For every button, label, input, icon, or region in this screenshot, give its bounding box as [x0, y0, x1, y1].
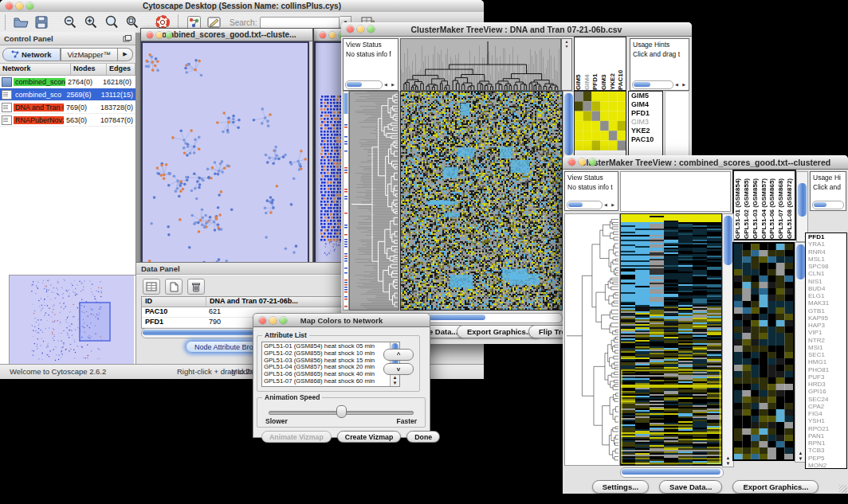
gene-label[interactable]: RPN1	[806, 440, 846, 447]
gene-label[interactable]: PHO81	[806, 366, 846, 373]
zoom-heatmap-canvas[interactable]	[575, 92, 626, 150]
attribute-list[interactable]: ▲▼ GPL51-01 (GSM854) heat shock 05 minGP…	[261, 342, 400, 387]
sample-column-label[interactable]: GPL51-02 (GSM855)	[743, 171, 752, 239]
row-dendrogram-canvas[interactable]	[350, 92, 398, 310]
column-gene-label[interactable]: YKE2	[609, 37, 618, 90]
gene-label[interactable]: KAP95	[806, 315, 846, 322]
network-row[interactable]: DNA and Tran 07 769(0) 183728(0)	[0, 101, 135, 114]
gene-label[interactable]: RPO21	[806, 425, 846, 432]
zoom-out-button[interactable]	[61, 14, 80, 31]
zoom-button[interactable]	[367, 25, 375, 33]
heatmap-canvas[interactable]	[401, 92, 562, 310]
gene-label[interactable]: MSI1	[806, 344, 846, 351]
move-down-button[interactable]: v	[383, 363, 414, 375]
column-gene-label[interactable]: GIM5	[575, 37, 583, 90]
minimize-button[interactable]	[156, 32, 163, 38]
network-overview-canvas[interactable]	[10, 275, 134, 365]
column-dendrogram-canvas[interactable]	[401, 39, 560, 90]
gene-label[interactable]: PAN1	[806, 432, 846, 440]
gene-label[interactable]: PFD1	[629, 109, 662, 118]
select-attributes-button[interactable]	[143, 279, 160, 295]
slider-thumb[interactable]	[336, 405, 347, 418]
attribute-item[interactable]: GPL51-02 (GSM855) heat shock 10 min	[262, 350, 399, 357]
heatmap-h-scrollbar[interactable]	[620, 467, 724, 478]
minimize-button[interactable]	[579, 158, 586, 166]
minimize-button[interactable]	[269, 317, 277, 324]
minimize-button[interactable]	[329, 32, 336, 38]
gene-label[interactable]: TCB3	[806, 447, 846, 454]
sample-column-label[interactable]: GPL51-03 (GSM856)	[752, 171, 760, 239]
sample-column-label[interactable]: GPL51-04 (GSM857)	[760, 171, 769, 239]
gene-label[interactable]: MON2	[806, 462, 846, 469]
column-gene-label[interactable]: GIM4	[583, 37, 592, 90]
gene-label[interactable]: PUF3	[806, 373, 846, 381]
sample-column-label[interactable]: GPL51-07 (GSM868)	[777, 171, 786, 239]
float-panel-icon[interactable]	[123, 35, 132, 43]
gene-label[interactable]: MAK31	[806, 299, 846, 307]
view-status-scrollbar[interactable]: ◀ ▶	[567, 201, 616, 209]
zoom-button[interactable]	[280, 317, 287, 324]
zoom-button[interactable]	[26, 2, 33, 10]
close-button[interactable]	[347, 25, 354, 33]
save-session-button[interactable]	[32, 14, 51, 31]
selection-tick-strip[interactable]	[343, 91, 349, 311]
treeview-button[interactable]: Save Data...	[659, 480, 722, 494]
attribute-item[interactable]: GPL51-04 (GSM857) heat shock 20 min	[262, 363, 399, 370]
gene-label[interactable]: GPI16	[806, 388, 846, 395]
splitter-strip[interactable]: ▲▼	[561, 38, 572, 91]
column-gene-label[interactable]: GIM3	[600, 37, 609, 90]
usage-hints-scrollbar[interactable]: ◀ ▶	[632, 80, 687, 88]
gene-label[interactable]: GTB1	[806, 307, 846, 315]
id-column-header[interactable]: ID	[142, 297, 206, 307]
attribute-item[interactable]: GPL51-06 (GSM865) heat shock 40 min	[262, 370, 399, 377]
gene-label[interactable]: RNR4	[806, 248, 846, 256]
move-up-button[interactable]: ^	[383, 349, 414, 361]
usage-hints-scrollbar[interactable]	[812, 201, 844, 209]
network-overview-panel[interactable]	[9, 275, 136, 367]
search-input[interactable]	[260, 17, 340, 29]
zoom-button[interactable]	[166, 32, 172, 38]
tab-vizmapper[interactable]: VizMapper™	[61, 48, 119, 61]
labels-vertical-scrollbar[interactable]	[796, 171, 808, 242]
gene-label[interactable]: CLN1	[806, 270, 846, 277]
gene-label[interactable]: GIM3	[629, 118, 662, 127]
sample-column-label[interactable]: GPL51-01 (GSM854)	[734, 171, 743, 239]
attribute-item[interactable]: GPL51-07 (GSM868) heat shock 60 min	[262, 377, 399, 385]
network-canvas[interactable]	[141, 41, 309, 296]
gene-label[interactable]: PFD1	[806, 233, 846, 240]
gene-label[interactable]: YKE2	[629, 127, 662, 135]
attribute-item[interactable]: GPL51-01 (GSM854) heat shock 05 min	[262, 342, 399, 350]
new-attribute-button[interactable]	[165, 279, 183, 295]
treeview-button[interactable]: Export Graphics...	[732, 480, 819, 494]
gene-label[interactable]: HAP3	[806, 322, 846, 329]
gene-label[interactable]: BUD4	[806, 285, 846, 292]
gene-label[interactable]: HMG1	[806, 358, 846, 365]
gene-label[interactable]: YRA1	[806, 240, 846, 248]
animate-vizmap-button[interactable]: Animate Vizmap	[261, 431, 332, 443]
network-row[interactable]: combined_scores 2764(0) 16218(0)	[0, 76, 135, 88]
open-session-button[interactable]	[11, 14, 30, 31]
gene-label[interactable]: GIM4	[629, 100, 662, 109]
gene-label[interactable]: SEC24	[806, 396, 846, 403]
view-status-scrollbar[interactable]: ◀ ▶	[345, 80, 396, 88]
heatmap-canvas[interactable]	[621, 214, 721, 465]
gene-label[interactable]: YSH1	[806, 417, 846, 424]
done-button[interactable]: Done	[406, 431, 440, 443]
network-row[interactable]: combined_sco 2569(6) 13112(15)	[0, 88, 135, 101]
close-button[interactable]	[320, 32, 326, 38]
tab-overflow-button[interactable]: ▶	[118, 48, 133, 61]
network-row[interactable]: RNAPuberNov2+I 563(0) 107847(0)	[0, 114, 135, 127]
column-gene-label[interactable]: PAC10	[617, 37, 626, 90]
gene-label[interactable]: NIS1	[806, 278, 846, 285]
gene-label[interactable]: PEP5	[806, 455, 846, 462]
zoom-fit-button[interactable]	[123, 14, 142, 31]
zoom-in-button[interactable]	[81, 14, 100, 31]
attribute-item[interactable]: GPL51-03 (GSM856) heat shock 15 min	[262, 357, 399, 364]
treeview-button[interactable]: Settings...	[592, 480, 649, 494]
close-button[interactable]	[147, 32, 153, 38]
zoom-selected-button[interactable]	[102, 14, 121, 31]
close-button[interactable]	[568, 158, 575, 166]
gene-label[interactable]: CPA2	[806, 403, 846, 410]
gene-label[interactable]: FIG4	[806, 410, 846, 417]
gene-label[interactable]: GIM5	[629, 92, 662, 100]
